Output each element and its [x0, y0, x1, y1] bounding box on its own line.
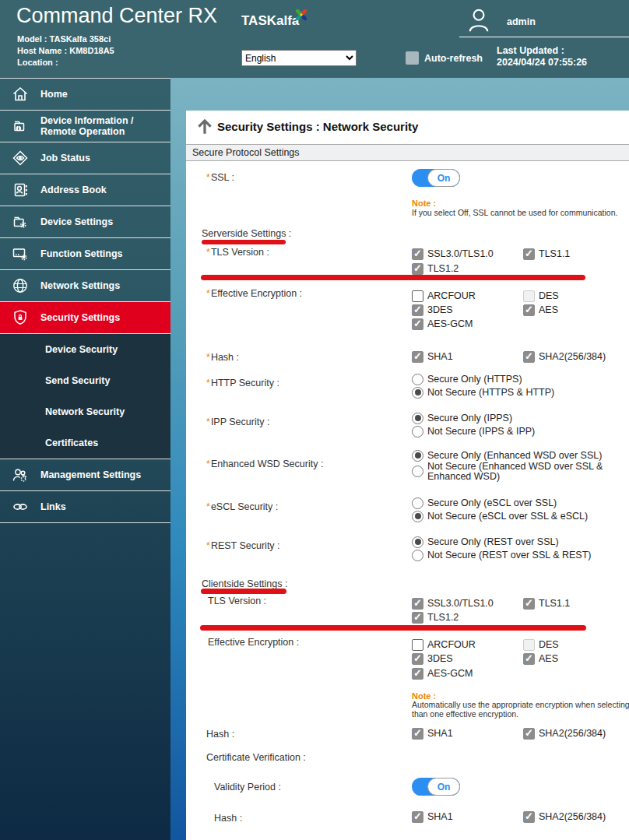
- checkbox[interactable]: [412, 598, 423, 610]
- annotation-line-server-tls: [201, 275, 585, 280]
- server-tls-ssl30[interactable]: SSL3.0/TLS1.0: [412, 248, 494, 260]
- ipp-not-secure-radio[interactable]: Not Secure (IPPS & IPP): [412, 425, 535, 438]
- radio-label: Secure Only (Enhanced WSD over SSL): [427, 450, 602, 461]
- checkbox[interactable]: [412, 248, 423, 260]
- user-divider: [459, 37, 629, 37]
- sidebar-item-network-settings[interactable]: Network Settings: [0, 270, 170, 302]
- cert-hash-sha1[interactable]: SHA1: [412, 810, 453, 823]
- checkbox[interactable]: [523, 351, 535, 363]
- client-enc-aesgcm[interactable]: AES-GCM: [412, 667, 473, 680]
- http-secure-only-radio[interactable]: Secure Only (HTTPS): [412, 373, 522, 385]
- radio[interactable]: [412, 450, 423, 462]
- radio-label: Secure Only (HTTPS): [427, 374, 522, 385]
- wsd-secure-only-radio[interactable]: Secure Only (Enhanced WSD over SSL): [412, 449, 602, 462]
- client-tls-tls12[interactable]: TLS1.2: [412, 611, 459, 624]
- server-enc-aesgcm[interactable]: AES-GCM: [412, 318, 473, 330]
- checkbox-label: ARCFOUR: [427, 639, 476, 650]
- rest-not-secure-radio[interactable]: Not Secure (REST over SSL & REST): [412, 549, 592, 561]
- submenu-item-send-security[interactable]: Send Security: [0, 365, 170, 396]
- checkbox[interactable]: [412, 351, 423, 363]
- rest-secure-only-radio[interactable]: Secure Only (REST over SSL): [412, 536, 559, 548]
- sidebar-item-management-settings[interactable]: Management Settings: [0, 459, 170, 491]
- checkbox[interactable]: [412, 639, 423, 651]
- sidebar-item-home[interactable]: Home: [0, 79, 170, 111]
- auto-refresh-checkbox[interactable]: [406, 51, 419, 65]
- radio[interactable]: [412, 511, 423, 522]
- checkbox[interactable]: [412, 728, 423, 740]
- checkbox[interactable]: [523, 728, 535, 740]
- submenu-item-certificates[interactable]: Certificates: [0, 427, 170, 459]
- validity-period-toggle[interactable]: On: [412, 778, 460, 796]
- server-hash-sha2[interactable]: SHA2(256/384): [523, 350, 606, 363]
- required-mark: *: [206, 416, 210, 427]
- sidebar-item-device-settings[interactable]: Device Settings: [0, 206, 170, 238]
- checkbox[interactable]: [412, 653, 423, 665]
- sidebar-item-job-status[interactable]: Job Status: [0, 142, 170, 174]
- client-enc-arcfour[interactable]: ARCFOUR: [412, 638, 476, 651]
- checkbox[interactable]: [412, 304, 423, 316]
- client-hash-sha2[interactable]: SHA2(256/384): [523, 727, 606, 740]
- cert-hash-sha2[interactable]: SHA2(256/384): [523, 810, 606, 823]
- radio[interactable]: [412, 497, 423, 509]
- function-settings-icon: [0, 244, 40, 263]
- server-enc-aes[interactable]: AES: [523, 304, 558, 316]
- escl-secure-only-radio[interactable]: Secure Only (eSCL over SSL): [412, 497, 557, 509]
- server-enc-3des[interactable]: 3DES: [412, 304, 453, 316]
- radio[interactable]: [412, 374, 423, 385]
- server-hash-sha1[interactable]: SHA1: [412, 350, 453, 363]
- sidebar-item-address-book[interactable]: Address Book: [0, 174, 170, 206]
- required-mark: *: [206, 247, 210, 258]
- radio-label: Not Secure (Enhanced WSD over SSL & Enha…: [427, 462, 618, 481]
- wsd-security-label-text: Enhanced WSD Security :: [211, 459, 324, 469]
- checkbox[interactable]: [412, 811, 423, 823]
- radio[interactable]: [412, 536, 423, 548]
- checkbox[interactable]: [523, 653, 535, 665]
- radio[interactable]: [412, 426, 423, 438]
- client-hash-sha1[interactable]: SHA1: [412, 727, 453, 740]
- checkbox[interactable]: [412, 668, 423, 680]
- sidebar-item-security-settings[interactable]: Security Settings: [0, 302, 170, 334]
- checkbox[interactable]: [523, 598, 535, 610]
- checkbox[interactable]: [412, 612, 423, 624]
- client-tls-tls11[interactable]: TLS1.1: [523, 597, 570, 610]
- checkbox[interactable]: [523, 811, 535, 823]
- sidebar-item-function-settings[interactable]: Function Settings: [0, 238, 170, 270]
- sidebar-item-links[interactable]: Links: [0, 491, 170, 523]
- wsd-not-secure-radio[interactable]: Not Secure (Enhanced WSD over SSL & Enha…: [412, 461, 618, 482]
- checkbox-label: AES: [539, 653, 558, 664]
- submenu-item-device-security[interactable]: Device Security: [0, 334, 170, 365]
- client-enc-aes[interactable]: AES: [523, 652, 558, 665]
- ipp-secure-only-radio[interactable]: Secure Only (IPPS): [412, 412, 512, 424]
- radio[interactable]: [412, 550, 423, 561]
- back-up-arrow-icon[interactable]: [195, 116, 215, 136]
- language-select[interactable]: English: [241, 50, 357, 66]
- location-line: Location :: [17, 57, 114, 69]
- required-mark: *: [206, 501, 210, 512]
- ssl-toggle[interactable]: On: [412, 169, 460, 187]
- client-enc-3des[interactable]: 3DES: [412, 652, 453, 665]
- sidebar-item-device-information[interactable]: Device Information / Remote Operation: [0, 111, 170, 142]
- ssl-toggle-state: On: [437, 173, 451, 184]
- required-mark: *: [206, 172, 210, 183]
- wsd-security-label: *Enhanced WSD Security :: [206, 459, 323, 469]
- server-tls-tls11[interactable]: TLS1.1: [523, 248, 570, 260]
- radio[interactable]: [412, 466, 423, 477]
- client-tls-ssl30[interactable]: SSL3.0/TLS1.0: [412, 597, 494, 610]
- server-enc-label: *Effective Encryption :: [206, 288, 302, 299]
- server-enc-arcfour[interactable]: ARCFOUR: [412, 290, 476, 302]
- radio-label: Not Secure (IPPS & IPP): [427, 426, 535, 437]
- checkbox[interactable]: [523, 304, 535, 316]
- checkbox[interactable]: [412, 263, 423, 275]
- escl-not-secure-radio[interactable]: Not Secure (eSCL over SSL & eSCL): [412, 510, 588, 522]
- checkbox-label: TLS1.1: [539, 248, 570, 259]
- submenu-item-network-security[interactable]: Network Security: [0, 396, 170, 427]
- server-tls-tls12[interactable]: TLS1.2: [412, 262, 459, 275]
- checkbox[interactable]: [523, 248, 535, 260]
- user-name[interactable]: admin: [507, 16, 536, 27]
- checkbox[interactable]: [412, 318, 423, 330]
- radio-label: Secure Only (eSCL over SSL): [427, 497, 557, 508]
- radio[interactable]: [412, 387, 423, 399]
- http-not-secure-radio[interactable]: Not Secure (HTTPS & HTTP): [412, 386, 554, 399]
- checkbox[interactable]: [412, 290, 423, 302]
- radio[interactable]: [412, 413, 423, 424]
